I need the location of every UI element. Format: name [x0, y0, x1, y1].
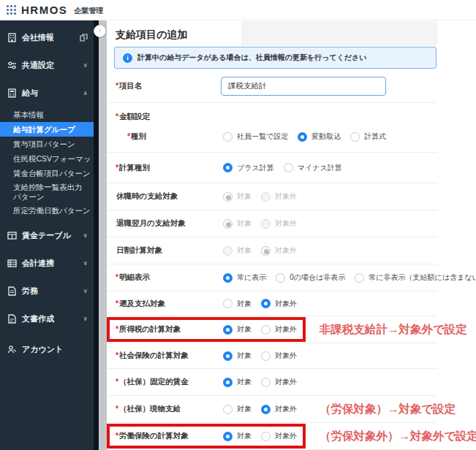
field-label: 日割計算対象 — [116, 245, 162, 254]
external-link-icon[interactable] — [80, 34, 88, 42]
sidebar-subitem-working-days-pattern[interactable]: 所定労働日数パターン — [0, 203, 94, 218]
radio-plus-calc[interactable]: プラス計算 — [223, 163, 274, 173]
radio-always-show[interactable]: 常に表示 — [223, 272, 266, 283]
field-label: （社保）固定的賃金 — [119, 377, 189, 386]
sidebar-scrollbar[interactable] — [94, 20, 99, 450]
radio-not-target[interactable]: 対象外 — [261, 404, 297, 414]
sidebar-item-document-creation[interactable]: 文書作成 ∨ — [0, 308, 94, 329]
radio-not-target[interactable]: 対象外 — [261, 324, 297, 335]
hrmos-logo: HRMOS — [21, 4, 67, 16]
annotation-labor-not-target: （労保対象外）→対象外で設定 — [320, 429, 476, 444]
form-row-month-after-retirement: 退職翌月の支給対象 対象 対象外 — [107, 210, 437, 237]
drawer-edge-rail — [99, 20, 107, 450]
form-row-amount-setting: *金額設定 *種別 社員一覧で設定 変動取込 計算式 — [107, 103, 437, 153]
radio-icon[interactable] — [261, 325, 271, 335]
sidebar-item-payroll[interactable]: 給与 ∧ — [0, 82, 94, 104]
chevron-down-icon: ∨ — [83, 260, 88, 267]
chevron-up-icon: ∧ — [83, 90, 88, 96]
collapse-drawer-button[interactable]: ‹ — [94, 25, 106, 37]
document-pen-icon — [7, 314, 17, 324]
radio-always-hide[interactable]: 常に非表示（支給額には含まない） — [355, 272, 476, 283]
app-header: HRMOS 企業管理 — [0, 0, 476, 20]
radio-icon[interactable] — [223, 405, 233, 414]
radio-target[interactable]: 対象 — [223, 404, 252, 414]
radio-target[interactable]: 対象 — [223, 431, 252, 441]
radio-target[interactable]: 対象 — [223, 351, 252, 361]
radio-not-target[interactable]: 対象外 — [261, 351, 297, 361]
product-name: 企業管理 — [74, 6, 103, 16]
form-row-daily-proration: 日割計算対象 対象 対象外 — [107, 237, 437, 264]
radio-icon[interactable] — [276, 273, 285, 283]
radio-icon[interactable] — [261, 432, 271, 441]
people-icon — [7, 345, 17, 354]
radio-set-per-employee[interactable]: 社員一覧で設定 — [223, 131, 288, 142]
sidebar-item-company-info[interactable]: 会社情報 — [0, 26, 94, 48]
radio-not-target-disabled: 対象外 — [261, 191, 297, 202]
radio-icon[interactable] — [223, 163, 233, 172]
radio-target[interactable]: 対象 — [223, 377, 252, 387]
form-row-retroactive-payment: *遡及支払対象 対象 対象外 — [107, 291, 437, 316]
ledger-icon — [7, 259, 17, 268]
calculator-icon — [7, 88, 17, 98]
radio-icon[interactable] — [261, 299, 271, 308]
radio-icon[interactable] — [261, 405, 271, 414]
radio-minus-calc[interactable]: マイナス計算 — [284, 163, 342, 173]
sidebar-subitem-resident-tax-csv[interactable]: 住民税CSVフォーマット — [0, 151, 94, 166]
field-label: 項目名 — [119, 81, 143, 90]
field-label: 所得税の計算対象 — [119, 324, 181, 333]
item-name-input[interactable] — [221, 77, 386, 96]
radio-not-target-disabled: 対象外 — [261, 245, 297, 256]
radio-icon[interactable] — [223, 325, 233, 335]
field-label: 計算種別 — [119, 163, 150, 172]
radio-icon[interactable] — [223, 378, 233, 387]
sidebar-item-labor[interactable]: 労務 ∨ — [0, 280, 94, 302]
info-banner-text: 計算中の給与データがある場合は、社員情報の更新を行ってください — [137, 53, 367, 63]
radio-target-disabled: 対象 — [223, 191, 252, 202]
page-title: 支給項目の追加 — [116, 28, 187, 42]
info-icon: i — [123, 53, 132, 63]
sidebar-subitem-payroll-calc-group[interactable]: 給与計算グループ — [0, 122, 94, 137]
apps-grid-icon[interactable] — [7, 5, 16, 15]
radio-variable-import[interactable]: 変動取込 — [298, 131, 341, 142]
document-icon — [7, 286, 17, 296]
sidebar-subitem-bonus-item-pattern[interactable]: 賞与項目パターン — [0, 137, 94, 151]
radio-formula[interactable]: 計算式 — [350, 131, 386, 142]
annotation-income-tax: 非課税支給計→対象外で設定 — [320, 322, 467, 338]
app-window: HRMOS 企業管理 会社情報 共通設定 ∨ 給与 — [0, 0, 476, 450]
radio-icon[interactable] — [223, 351, 233, 361]
chevron-down-icon: ∨ — [83, 316, 88, 322]
radio-icon[interactable] — [284, 163, 293, 172]
radio-not-target[interactable]: 対象外 — [261, 431, 297, 441]
sidebar-item-account[interactable]: アカウント — [0, 338, 94, 360]
radio-icon[interactable] — [298, 132, 307, 142]
radio-not-target[interactable]: 対象外 — [261, 377, 297, 387]
field-label: 労働保険の計算対象 — [119, 431, 189, 440]
radio-icon[interactable] — [223, 132, 233, 142]
sidebar-item-wage-table[interactable]: 賃金テーブル ∨ — [0, 224, 94, 246]
sidebar-item-common-settings[interactable]: 共通設定 ∨ — [0, 54, 94, 76]
radio-icon[interactable] — [223, 432, 233, 441]
add-payment-item-drawer: 支給項目の追加 i 計算中の給与データがある場合は、社員情報の更新を行ってくださ… — [107, 20, 437, 450]
radio-hide-if-zero[interactable]: 0の場合は非表示 — [276, 272, 345, 283]
sidebar-subitem-basic-info[interactable]: 基本情報 — [0, 107, 94, 122]
radio-icon[interactable] — [261, 378, 271, 387]
form-subrow-type: *種別 社員一覧で設定 変動取込 計算式 — [116, 131, 437, 142]
header-background-band — [241, 21, 437, 46]
radio-target[interactable]: 対象 — [223, 299, 252, 309]
radio-not-target[interactable]: 対象外 — [261, 299, 297, 309]
sidebar-subitem-wage-ledger-pattern[interactable]: 賃金台帳項目パターン — [0, 166, 94, 180]
radio-icon — [261, 192, 271, 202]
radio-icon[interactable] — [223, 299, 233, 308]
radio-icon[interactable] — [261, 351, 271, 361]
table-icon — [7, 231, 17, 240]
form-row-item-name: *項目名 — [107, 69, 437, 103]
sidebar-item-accounting-link[interactable]: 会計連携 ∨ — [0, 252, 94, 274]
sidebar-nav: 会社情報 共通設定 ∨ 給与 ∧ 基本情報 給与計算グループ 賞与項目パターン … — [0, 20, 94, 450]
sidebar-subitem-payment-deduction-list[interactable]: 支給控除一覧表出力パターン — [0, 180, 94, 203]
radio-icon[interactable] — [223, 273, 233, 283]
field-label: 種別 — [131, 131, 146, 140]
radio-icon[interactable] — [355, 273, 364, 283]
building-icon — [7, 33, 17, 42]
radio-target[interactable]: 対象 — [223, 324, 252, 335]
radio-icon[interactable] — [350, 132, 360, 142]
